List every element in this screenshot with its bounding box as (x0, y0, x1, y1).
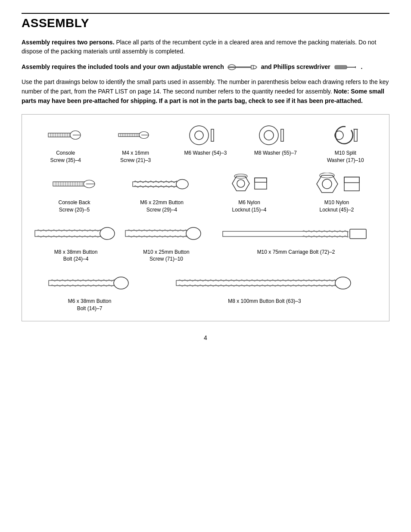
screwdriver-icon (334, 63, 358, 71)
svg-rect-44 (354, 129, 357, 141)
svg-point-87 (114, 277, 128, 289)
svg-rect-39 (211, 129, 214, 141)
part-m6-22mm-button-screw: M6 x 22mm ButtonScrew (29)–4 (120, 173, 203, 214)
desc-paragraph: Use the part drawings below to identify … (22, 78, 389, 106)
console-screw-svg (46, 125, 85, 145)
svg-point-69 (237, 180, 245, 187)
svg-point-83 (186, 227, 201, 240)
part-m6-washer: M6 Washer (54)–3 (173, 123, 238, 164)
svg-rect-85 (350, 229, 366, 239)
wrench-icon (227, 63, 258, 72)
part-drawing-m10-25mm-screw (123, 222, 209, 246)
svg-rect-22 (118, 134, 142, 137)
intro-paragraph: Assembly requires two persons. Place all… (22, 38, 389, 56)
m10-25mm-screw-svg (123, 223, 209, 245)
tools-text3: . (361, 63, 363, 70)
part-m8-washer: M8 Washer (55)–7 (243, 123, 308, 164)
svg-rect-78 (344, 177, 359, 183)
m8-100mm-bolt-svg (174, 273, 355, 294)
part-m10-split-washer: M10 SplitWasher (17)–10 (313, 123, 378, 164)
parts-row-1: ConsoleScrew (35)–4 (33, 123, 378, 164)
parts-row-4: M6 x 38mm ButtonBolt (14)–7 M8 x 100mm B… (33, 271, 378, 312)
part-drawing-m10-nylon-locknut (295, 173, 378, 196)
part-drawing-console-back-screw (33, 173, 116, 196)
part-drawing-m6-nylon-locknut (208, 173, 291, 196)
svg-point-89 (335, 277, 351, 289)
part-label-m6-22mm-button-screw: M6 x 22mm ButtonScrew (29)–4 (140, 199, 184, 214)
part-m8-100mm-bolt: M8 x 100mm Button Bolt (63)–3 (151, 271, 378, 312)
part-m6-nylon-locknut: M6 NylonLocknut (15)–4 (208, 173, 291, 214)
part-label-m10-75mm-bolt: M10 x 75mm Carriage Bolt (72)–2 (257, 249, 335, 256)
part-label-m10-25mm-screw: M10 x 25mm ButtonScrew (71)–10 (143, 249, 189, 263)
part-label-m6-38mm-bolt: M6 x 38mm ButtonBolt (14)–7 (68, 298, 112, 312)
tools-paragraph: Assembly requires the included tools and… (22, 62, 389, 72)
parts-row-3: M8 x 38mm ButtonBolt (24)–4 M10 x 25mm B… (33, 222, 378, 263)
part-label-m4-screw: M4 x 16mmScrew (21)–3 (120, 149, 151, 164)
part-label-console-back-screw: Console BackScrew (20)–5 (58, 199, 90, 214)
tools-text2: and Phillips screwdriver (261, 63, 330, 70)
part-drawing-m10-split-washer (313, 123, 378, 147)
svg-point-40 (259, 126, 278, 145)
part-drawing-m4-screw (103, 123, 168, 147)
svg-rect-71 (255, 178, 267, 189)
part-drawing-m10-75mm-bolt (214, 222, 378, 246)
m10-nylon-locknut-svg (307, 173, 367, 196)
part-label-m8-100mm-bolt: M8 x 100mm Button Bolt (63)–3 (228, 298, 301, 305)
tools-text: Assembly requires the included tools and… (22, 63, 224, 70)
part-drawing-m6-washer (173, 123, 238, 147)
m10-split-washer-svg (322, 123, 369, 147)
part-label-m10-split-washer: M10 SplitWasher (17)–10 (327, 149, 364, 164)
part-m10-nylon-locknut: M10 NylonLocknut (45)–2 (295, 173, 378, 214)
svg-rect-3 (335, 65, 347, 69)
part-drawing-m8-38mm-bolt (33, 222, 119, 246)
console-back-screw-svg (51, 174, 98, 196)
part-m4-screw: M4 x 16mmScrew (21)–3 (103, 123, 168, 164)
m10-75mm-bolt-svg (221, 223, 371, 245)
part-m8-38mm-bolt: M8 x 38mm ButtonBolt (24)–4 (33, 222, 119, 263)
svg-point-41 (264, 131, 274, 140)
svg-rect-86 (49, 280, 115, 286)
svg-point-37 (190, 126, 209, 145)
intro-bold: Assembly requires two persons. (22, 39, 115, 46)
part-label-m8-38mm-bolt: M8 x 38mm ButtonBolt (24)–4 (54, 249, 98, 263)
part-drawing-m8-washer (243, 123, 308, 147)
part-drawing-m6-38mm-bolt (33, 271, 146, 295)
m4-screw-svg (116, 125, 155, 145)
part-console-screw: ConsoleScrew (35)–4 (33, 123, 98, 164)
svg-point-75 (322, 179, 332, 189)
part-m6-38mm-bolt: M6 x 38mm ButtonBolt (14)–7 (33, 271, 146, 312)
part-drawing-m8-100mm-bolt (151, 271, 378, 295)
part-console-back-screw: Console BackScrew (20)–5 (33, 173, 116, 214)
part-drawing-console-screw (33, 123, 98, 147)
svg-rect-46 (53, 182, 85, 186)
svg-point-38 (195, 131, 203, 140)
m6-22mm-button-screw-svg (132, 174, 192, 196)
part-drawing-m6-22mm-button-screw (120, 173, 203, 196)
svg-rect-42 (281, 129, 283, 141)
m8-washer-svg (254, 123, 297, 147)
part-label-m6-washer: M6 Washer (54)–3 (184, 149, 227, 157)
part-m10-75mm-bolt: M10 x 75mm Carriage Bolt (72)–2 (214, 222, 378, 263)
parts-row-2: Console BackScrew (20)–5 M6 x 22mm Butto… (33, 173, 378, 214)
page-title: ASSEMBLY (22, 13, 389, 30)
page-number: 4 (22, 334, 389, 341)
m6-38mm-bolt-svg (47, 273, 133, 294)
part-label-m10-nylon-locknut: M10 NylonLocknut (45)–2 (319, 199, 354, 214)
part-label-m6-nylon-locknut: M6 NylonLocknut (15)–4 (232, 199, 266, 214)
svg-rect-77 (344, 177, 359, 191)
part-label-console-screw: ConsoleScrew (35)–4 (50, 149, 81, 164)
m6-nylon-locknut-svg (224, 173, 275, 196)
svg-point-81 (100, 227, 115, 240)
m6-washer-svg (184, 123, 227, 147)
svg-rect-72 (255, 178, 267, 182)
svg-rect-80 (35, 230, 102, 236)
m8-38mm-bolt-svg (33, 223, 119, 245)
parts-box: ConsoleScrew (35)–4 (22, 114, 389, 321)
svg-point-67 (176, 179, 188, 189)
part-m10-25mm-screw: M10 x 25mm ButtonScrew (71)–10 (123, 222, 209, 263)
part-label-m8-washer: M8 Washer (55)–7 (254, 149, 297, 157)
